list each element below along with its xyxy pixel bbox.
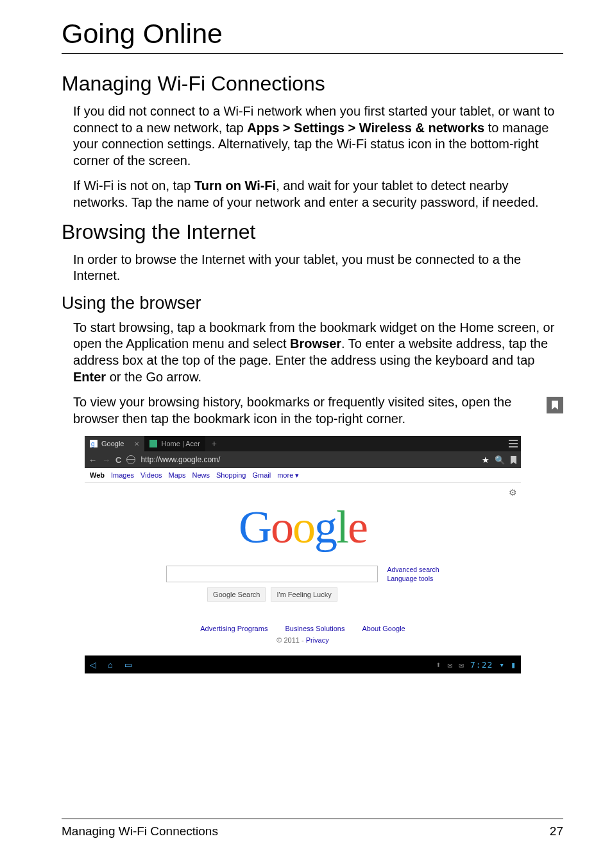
bookmark-icon[interactable] — [510, 456, 517, 464]
star-icon[interactable]: ★ — [482, 455, 489, 465]
wifi-icon: ▾ — [499, 660, 504, 670]
nav-videos[interactable]: Videos — [140, 471, 162, 480]
url-bar: ← → C http://www.google.com/ ★ 🔍 — [85, 451, 521, 468]
globe-icon — [126, 455, 135, 464]
battery-icon: ▮ — [511, 660, 516, 670]
system-bar: ◁ ⌂ ▭ ⬍ ✉ ✉ 7:22 ▾ ▮ — [85, 655, 521, 673]
google-favicon-icon: g — [90, 440, 98, 447]
mail-icon[interactable]: ✉ — [447, 660, 452, 670]
page-footer: Managing Wi-Fi Connections 27 — [62, 819, 563, 838]
wifi-p2: If Wi-Fi is not on, tap Turn on Wi-Fi, a… — [73, 178, 563, 211]
nav-web[interactable]: Web — [90, 471, 105, 480]
page-number: 27 — [550, 824, 563, 838]
new-tab-button[interactable]: + — [205, 436, 223, 451]
tab-google[interactable]: g Google ✕ — [85, 436, 144, 451]
reload-icon[interactable]: C — [115, 455, 121, 465]
copyright-text: © 2011 - — [276, 636, 305, 644]
business-link[interactable]: Business Solutions — [285, 625, 344, 632]
advanced-search-link[interactable]: Advanced search — [387, 566, 439, 575]
google-logo: Google — [239, 501, 367, 554]
text: or the Go arrow. — [106, 370, 201, 384]
text: If Wi-Fi is not on, tap — [73, 178, 194, 193]
google-page: Web Images Videos Maps News Shopping Gma… — [85, 468, 521, 655]
search-input[interactable] — [166, 566, 378, 582]
tab-strip: g Google ✕ Home | Acer + — [85, 436, 521, 451]
nav-gmail[interactable]: Gmail — [252, 471, 271, 480]
tab-label: Google — [101, 440, 124, 447]
menu-icon[interactable] — [506, 436, 521, 451]
enter-label: Enter — [73, 370, 106, 384]
heading-wifi: Managing Wi-Fi Connections — [62, 72, 563, 96]
close-icon[interactable]: ✕ — [134, 440, 139, 447]
recents-sys-icon[interactable]: ▭ — [124, 660, 132, 670]
about-link[interactable]: About Google — [362, 625, 405, 632]
browser-label: Browser — [290, 336, 341, 351]
google-nav: Web Images Videos Maps News Shopping Gma… — [85, 468, 521, 483]
nav-news[interactable]: News — [192, 471, 210, 480]
back-sys-icon[interactable]: ◁ — [90, 660, 96, 670]
google-footer: Advertising Programs Business Solutions … — [85, 625, 521, 644]
advertising-link[interactable]: Advertising Programs — [200, 625, 268, 632]
language-tools-link[interactable]: Language tools — [387, 575, 439, 584]
text: To view your browsing history, bookmarks… — [73, 395, 511, 426]
acer-favicon-icon — [149, 440, 157, 447]
notification-icon[interactable]: ✉ — [459, 660, 464, 670]
nav-images[interactable]: Images — [111, 471, 134, 480]
nav-maps[interactable]: Maps — [169, 471, 186, 480]
forward-icon[interactable]: → — [102, 455, 110, 465]
footer-section: Managing Wi-Fi Connections — [62, 824, 218, 838]
nav-more[interactable]: more ▾ — [277, 471, 299, 480]
clock: 7:22 — [470, 660, 493, 670]
page-title: Going Online — [62, 18, 563, 54]
google-search-button[interactable]: Google Search — [207, 587, 266, 602]
browsing-p1: In order to browse the Internet with you… — [73, 252, 563, 284]
privacy-link[interactable]: Privacy — [306, 636, 329, 644]
svg-rect-2 — [149, 440, 157, 447]
url-field[interactable]: http://www.google.com/ — [140, 455, 477, 464]
back-icon[interactable]: ← — [89, 455, 97, 465]
search-icon[interactable]: 🔍 — [495, 455, 505, 465]
bookmark-icon — [547, 397, 563, 413]
wifi-p1: If you did not connect to a Wi-Fi networ… — [73, 103, 563, 169]
browser-screenshot: g Google ✕ Home | Acer + ← → C http://ww… — [85, 436, 521, 673]
tab-acer[interactable]: Home | Acer — [144, 436, 205, 451]
feeling-lucky-button[interactable]: I'm Feeling Lucky — [271, 587, 337, 602]
search-side-links: Advanced search Language tools — [387, 566, 439, 583]
nav-shopping[interactable]: Shopping — [216, 471, 246, 480]
browser-p1: To start browsing, tap a bookmark from t… — [73, 320, 563, 385]
gear-icon[interactable]: ⚙ — [509, 487, 517, 498]
heading-browsing: Browsing the Internet — [62, 220, 563, 244]
tab-label: Home | Acer — [161, 440, 200, 447]
browser-p2: To view your browsing history, bookmarks… — [73, 394, 563, 427]
turn-on-wifi-label: Turn on Wi-Fi — [194, 178, 276, 193]
svg-text:g: g — [91, 440, 95, 447]
menu-path: Apps > Settings > Wireless & networks — [247, 121, 484, 135]
heading-browser: Using the browser — [62, 293, 563, 313]
usb-icon: ⬍ — [436, 660, 441, 670]
home-sys-icon[interactable]: ⌂ — [108, 660, 113, 670]
